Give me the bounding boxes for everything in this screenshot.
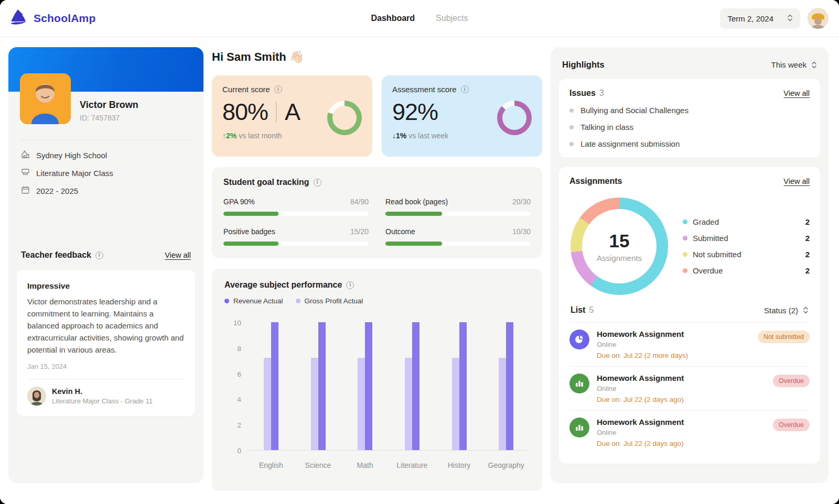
bar-chart-icon: [569, 418, 589, 437]
goal-progress-bar: [223, 212, 369, 216]
school-row: Sydney High School: [21, 150, 192, 160]
goal-item: Read book (pages) 20/30: [385, 198, 531, 216]
bar-group: [341, 323, 389, 450]
donut-legend-row: Overdue 2: [683, 266, 810, 275]
legend-label: Submitted: [693, 234, 728, 243]
bar: [506, 322, 513, 450]
teacher-name: Kevin H.: [52, 387, 153, 396]
issues-view-all-link[interactable]: View all: [783, 89, 810, 97]
bar: [459, 322, 467, 450]
term-selector-value: Term 2, 2024: [727, 14, 773, 23]
assignment-list-item[interactable]: Homework Assignment Online Due on: Jul 2…: [569, 410, 810, 454]
teacher-avatar: [27, 387, 46, 406]
goal-value: 20/30: [512, 198, 531, 206]
status-badge: Overdue: [773, 419, 810, 431]
donut-legend-row: Not submitted 2: [683, 250, 810, 259]
assignment-due-date: Due on: Jul 22 (2 days ago): [597, 440, 684, 447]
assignment-title: Homework Assignment: [597, 418, 684, 426]
goal-item: Positive badges 15/20: [223, 227, 369, 246]
legend-item: Gross Profit Actual: [296, 297, 363, 305]
info-icon: i: [346, 281, 354, 289]
brand-name: SchoolAmp: [34, 12, 95, 25]
goal-progress-bar: [385, 242, 531, 246]
y-tick-label: 6: [237, 370, 241, 378]
chevron-updown-icon: [803, 306, 809, 314]
issue-item: Talking in class: [569, 123, 810, 132]
nav-item-subjects[interactable]: Subjects: [436, 14, 468, 23]
current-score-grade: A: [285, 98, 300, 126]
current-score-ring: [327, 101, 362, 135]
list-title: List5: [571, 305, 594, 315]
goal-label: Outcome: [385, 227, 415, 236]
current-score-value: 80%: [222, 98, 268, 126]
chart-title: Average subject performance i: [224, 280, 530, 290]
goal-label: Read book (pages): [385, 198, 448, 206]
assignment-list-item[interactable]: Homework Assignment Online Due on: Jul 2…: [569, 322, 810, 366]
calendar-icon: [21, 185, 30, 196]
assessment-score-ring: [497, 101, 532, 135]
bar: [365, 322, 372, 450]
bullet-icon: [569, 108, 574, 113]
pie-chart-icon: [569, 330, 589, 349]
legend-value: 2: [805, 250, 810, 259]
bullet-icon: [569, 142, 574, 146]
current-score-label: Current score i: [222, 85, 362, 94]
student-name: Victor Brown: [80, 100, 138, 111]
teacher-feedback-title: Teacher feedback i: [21, 250, 103, 260]
legend-label: Overdue: [693, 266, 723, 275]
info-icon: i: [95, 251, 103, 259]
feedback-view-all-link[interactable]: View all: [165, 251, 191, 259]
brand[interactable]: SchoolAmp: [8, 7, 95, 29]
bar: [271, 322, 278, 450]
bar: [405, 358, 412, 450]
assessment-score-value: 92%: [392, 98, 438, 126]
bar-group: [389, 323, 436, 450]
x-category-label: Science: [295, 461, 342, 469]
x-category-label: English: [248, 461, 295, 469]
assignment-list-item[interactable]: Homework Assignment Online Due on: Jul 2…: [569, 366, 810, 410]
bar: [499, 358, 506, 450]
term-selector[interactable]: Term 2, 2024: [720, 8, 800, 29]
years-row: 2022 - 2025: [21, 185, 192, 196]
issues-card: Issues3 View all Bullying and Social Cha…: [559, 79, 820, 158]
y-tick-label: 4: [237, 396, 241, 403]
status-badge: Not submitted: [758, 331, 810, 343]
info-icon: i: [461, 85, 469, 93]
assignment-mode: Online: [597, 341, 688, 348]
assignments-title: Assignments: [569, 177, 622, 186]
enrollment-years: 2022 - 2025: [36, 187, 78, 195]
issue-item: Bullying and Social Challenges: [569, 106, 810, 115]
bar-group: [436, 323, 483, 450]
nav-item-dashboard[interactable]: Dashboard: [371, 14, 415, 23]
subject-performance-card: Average subject performance i Revenue Ac…: [212, 269, 542, 491]
assignments-view-all-link[interactable]: View all: [783, 177, 810, 185]
legend-value: 2: [805, 234, 810, 243]
goal-tracking-card: Student goal tracking i GPA 90% 84/90 Re…: [212, 167, 542, 258]
feedback-date: Jan 15, 2024: [27, 363, 185, 370]
highlights-title: Highlights: [562, 60, 605, 70]
assignment-mode: Online: [597, 385, 684, 392]
assignments-card: Assignments View all 15 Assignments Grad…: [559, 167, 820, 464]
bar: [412, 322, 420, 450]
assignment-due-date: Due on: Jul 22 (2 more days): [597, 352, 688, 359]
divider: [20, 140, 192, 140]
assignments-total: 15: [609, 231, 630, 251]
issue-item: Late assignment submission: [569, 139, 810, 148]
status-filter[interactable]: Status (2): [764, 306, 809, 315]
highlights-panel: Highlights This week Issues3 View all Bu…: [551, 47, 829, 483]
schoolamp-logo-icon: [8, 7, 28, 29]
legend-label: Not submitted: [693, 250, 741, 259]
y-tick-label: 2: [237, 421, 241, 429]
bar: [452, 358, 459, 450]
class-icon: [21, 168, 30, 178]
goal-label: GPA 90%: [223, 198, 255, 206]
bar-chart: 0246810: [224, 323, 530, 451]
student-profile-card: Victor Brown ID: 7457837 Sydney High Sch…: [8, 47, 203, 483]
y-tick-label: 0: [237, 447, 241, 455]
period-selector[interactable]: This week: [771, 60, 817, 69]
school-icon: [21, 150, 30, 160]
class-row: Literature Major Class: [21, 168, 192, 178]
user-avatar[interactable]: [808, 8, 829, 29]
app-window: SchoolAmp DashboardSubjects Term 2, 2024: [0, 0, 839, 504]
goal-value: 84/90: [350, 198, 369, 206]
